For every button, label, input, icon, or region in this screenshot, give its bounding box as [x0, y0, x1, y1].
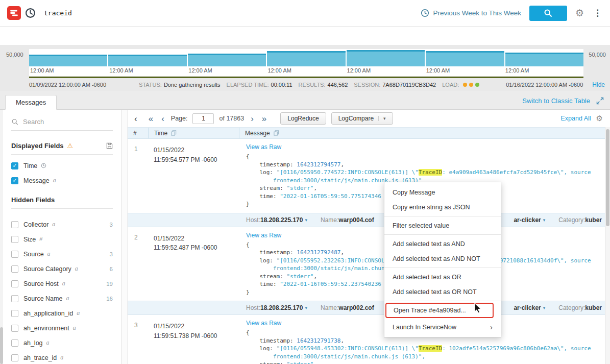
save-fields-icon[interactable] — [106, 142, 113, 149]
field-checkbox[interactable] — [11, 162, 18, 169]
chevron-down-icon[interactable]: ▾ — [543, 217, 546, 223]
vertical-scrollbar[interactable] — [605, 127, 610, 364]
displayed-fields-list: TimeMessagea — [0, 155, 121, 188]
sidebar-resizer[interactable] — [121, 110, 128, 364]
time-range-bar[interactable] — [29, 77, 583, 78]
field-checkbox[interactable] — [11, 280, 18, 287]
hide-link[interactable]: Hide — [592, 81, 605, 88]
json-segment: "stderr" — [286, 273, 313, 280]
field-row[interactable]: Source Namea16 — [0, 291, 121, 306]
context-menu-item[interactable]: Add selected text as OR NOT — [384, 284, 501, 299]
field-checkbox[interactable] — [11, 310, 18, 317]
histogram-bar[interactable] — [347, 50, 425, 66]
copy-icon[interactable] — [274, 130, 279, 136]
sumo-logic-logo[interactable] — [7, 6, 21, 20]
meta-field[interactable]: Name:warp002.cof — [321, 304, 374, 311]
column-header-message[interactable]: Message — [239, 128, 605, 138]
histogram-bar[interactable] — [426, 51, 504, 66]
column-header-time[interactable]: Time — [148, 128, 239, 138]
field-row[interactable]: Sourcea3 — [0, 247, 121, 261]
cell-time[interactable]: 01/15/202211:59:54.577 PM -0600 — [148, 139, 239, 213]
logreduce-button[interactable]: LogReduce — [280, 112, 326, 125]
histogram-bar[interactable] — [108, 55, 186, 66]
json-segment: log: — [260, 169, 277, 176]
context-menu-item[interactable]: Add selected text as AND NOT — [384, 251, 501, 266]
field-search-input[interactable] — [23, 118, 113, 126]
histogram-bar[interactable] — [505, 53, 583, 66]
field-row[interactable]: ah_trace_ida — [0, 350, 121, 364]
meta-field[interactable]: Category:kuber — [558, 216, 602, 224]
time-range-selector[interactable]: Previous Week to This Week — [421, 9, 521, 17]
column-header-number[interactable]: # — [128, 128, 148, 138]
field-checkbox[interactable] — [11, 177, 18, 184]
field-type-marker: a — [52, 221, 55, 228]
copy-icon[interactable] — [171, 130, 177, 136]
context-menu-item[interactable]: Copy entire string as JSON — [384, 200, 501, 214]
field-checkbox[interactable] — [11, 251, 18, 258]
cell-time[interactable]: 01/15/202211:59:52.487 PM -0600 — [148, 227, 239, 301]
trace-id-highlight[interactable]: TraceID — [419, 169, 442, 176]
chevron-down-icon[interactable]: ▾ — [305, 305, 307, 310]
chevron-down-icon[interactable]: ▾ — [543, 305, 546, 310]
meta-field[interactable]: Name:warp004.cof — [321, 216, 374, 224]
view-as-raw-link[interactable]: View as Raw — [246, 232, 281, 239]
field-row[interactable]: Source Categorya6 — [0, 261, 121, 276]
field-row[interactable]: ah_environmenta — [0, 321, 121, 335]
history-icon[interactable] — [25, 8, 36, 18]
search-query-input[interactable]: traceid — [44, 9, 72, 17]
field-row[interactable]: Messagea — [0, 173, 121, 188]
first-page-icon[interactable]: « — [147, 114, 155, 123]
meta-field[interactable]: ar-clicker▾ — [514, 304, 545, 311]
tab-messages[interactable]: Messages — [5, 95, 57, 110]
page-number-input[interactable] — [192, 113, 214, 124]
left-scrollbar[interactable] — [0, 110, 3, 364]
field-checkbox[interactable] — [11, 236, 18, 243]
histogram-bar[interactable] — [29, 55, 107, 66]
search-button[interactable] — [529, 6, 567, 21]
scrollbar-thumb[interactable] — [606, 129, 609, 226]
field-checkbox[interactable] — [11, 339, 18, 347]
next-page-icon[interactable]: › — [249, 114, 255, 123]
field-row[interactable]: Time — [0, 158, 121, 173]
meta-field[interactable]: Host:18.208.225.170▾ — [246, 304, 307, 311]
field-checkbox[interactable] — [11, 295, 18, 302]
field-checkbox[interactable] — [11, 325, 18, 332]
context-menu-item[interactable]: Copy Message — [384, 185, 501, 200]
histogram-bar[interactable] — [188, 54, 266, 66]
last-page-icon[interactable]: » — [260, 114, 268, 123]
trace-id-highlight[interactable]: TraceID — [419, 345, 442, 352]
left-scrollbar-thumb[interactable] — [0, 327, 3, 364]
switch-to-classic-table-link[interactable]: Switch to Classic Table — [522, 97, 590, 105]
field-count: 6 — [110, 266, 113, 272]
context-menu-item[interactable]: Add selected text as OR — [384, 270, 501, 284]
cell-time[interactable]: 01/15/202211:59:51.738 PM -0600 — [148, 315, 239, 364]
expand-all-link[interactable]: Expand All — [560, 115, 591, 122]
context-menu-item[interactable]: Launch In ServiceNow› — [384, 320, 501, 334]
logcompare-button[interactable]: LogCompare ▾ — [331, 112, 393, 125]
field-checkbox[interactable] — [11, 265, 18, 273]
field-row[interactable]: Source Hosta19 — [0, 276, 121, 291]
chevron-down-icon[interactable]: ▾ — [305, 217, 307, 223]
view-as-raw-link[interactable]: View as Raw — [246, 320, 281, 327]
field-row[interactable]: ah_loga — [0, 335, 121, 350]
view-as-raw-link[interactable]: View as Raw — [246, 143, 281, 151]
field-row[interactable]: ah_application_ida — [0, 306, 121, 321]
collapse-chevron-icon[interactable]: ‹ — [133, 114, 139, 123]
prev-page-icon[interactable]: ‹ — [160, 114, 166, 123]
context-menu-item[interactable]: Filter selected value — [384, 218, 501, 233]
field-checkbox[interactable] — [11, 221, 18, 228]
histogram-plot[interactable]: 12:00 AM12:00 AM12:00 AM12:00 AM12:00 AM… — [29, 49, 583, 76]
meta-field[interactable]: Host:18.208.225.170▾ — [246, 216, 307, 224]
context-menu-item[interactable]: Add selected text as AND — [384, 236, 501, 251]
field-row[interactable]: Collectora3 — [0, 217, 121, 232]
field-checkbox[interactable] — [11, 354, 18, 361]
table-settings-gear-icon[interactable]: ⚙ — [596, 114, 603, 123]
settings-gear-icon[interactable]: ⚙ — [575, 8, 584, 18]
meta-field[interactable]: ar-clicker▾ — [514, 216, 545, 224]
expand-icon[interactable] — [596, 97, 604, 105]
histogram-bar[interactable] — [267, 51, 345, 66]
field-row[interactable]: Size# — [0, 232, 121, 247]
kebab-menu-icon[interactable]: ⋮ — [592, 9, 603, 17]
meta-field[interactable]: Category:kuber — [558, 304, 602, 311]
table-row: 201/15/202211:59:52.487 PM -0600View as … — [128, 227, 605, 316]
